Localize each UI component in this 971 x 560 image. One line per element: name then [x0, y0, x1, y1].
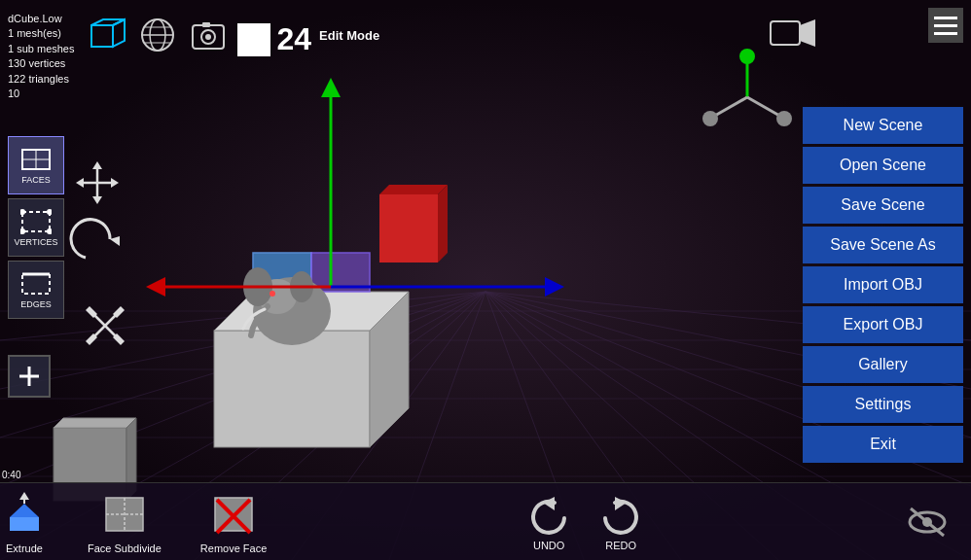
- right-menu: New Scene Open Scene Save Scene Save Sce…: [803, 107, 963, 463]
- svg-point-91: [702, 111, 718, 126]
- cube-mode-icon[interactable]: [86, 14, 128, 56]
- open-scene-button[interactable]: Open Scene: [803, 147, 963, 184]
- svg-marker-45: [54, 418, 136, 428]
- viewport: dCube.Low 1 mesh(es) 1 sub meshes 130 ve…: [0, 0, 971, 560]
- svg-marker-49: [92, 161, 102, 169]
- remove-face-label: Remove Face: [200, 542, 267, 554]
- screenshot-icon[interactable]: [187, 14, 230, 56]
- save-scene-button[interactable]: Save Scene: [803, 187, 963, 224]
- svg-marker-105: [615, 497, 627, 510]
- svg-point-83: [47, 228, 52, 234]
- face-subdivide-label: Face Subdivide: [88, 542, 162, 554]
- extrude-icon: [0, 490, 49, 539]
- face-subdivide-icon: [100, 490, 149, 539]
- svg-line-92: [747, 97, 781, 117]
- svg-point-80: [20, 209, 25, 215]
- number: 10: [8, 87, 74, 101]
- svg-line-90: [713, 97, 747, 117]
- exit-button[interactable]: Exit: [803, 426, 963, 463]
- coordinate-display: 0:40: [2, 470, 20, 480]
- extrude-label: Extrude: [6, 542, 43, 554]
- new-scene-button[interactable]: New Scene: [803, 107, 963, 144]
- left-sidebar: FACES VERTICES EDGES: [8, 136, 64, 319]
- svg-point-37: [270, 291, 275, 297]
- svg-marker-51: [76, 178, 84, 188]
- top-bar: dCube.Low 1 mesh(es) 1 sub meshes 130 ve…: [0, 0, 971, 88]
- svg-rect-94: [10, 517, 39, 531]
- edges-tool[interactable]: EDGES: [8, 261, 64, 319]
- svg-point-93: [776, 111, 792, 126]
- hamburger-menu-button[interactable]: [928, 8, 963, 43]
- svg-marker-62: [113, 19, 125, 47]
- undo-button[interactable]: UNDO: [527, 493, 570, 551]
- edit-mode-label: Edit Mode: [319, 28, 379, 43]
- svg-rect-73: [241, 27, 267, 52]
- svg-rect-84: [22, 274, 50, 294]
- remove-face-icon: [209, 490, 258, 539]
- svg-rect-25: [214, 331, 370, 447]
- svg-point-81: [47, 209, 52, 215]
- vertices-tool[interactable]: VERTICES: [8, 198, 64, 257]
- svg-marker-41: [146, 277, 165, 297]
- undo-label: UNDO: [533, 540, 564, 551]
- vertex-count: 130 vertices: [8, 56, 74, 71]
- object-name: dCube.Low: [8, 12, 74, 26]
- svg-marker-32: [438, 185, 448, 262]
- svg-point-72: [205, 34, 211, 40]
- frame-counter: 24: [237, 21, 311, 57]
- bottom-toolbar: Extrude Face Subdivide: [0, 482, 971, 560]
- eye-slash-icon: [903, 498, 952, 546]
- face-subdivide-tool[interactable]: Face Subdivide: [88, 490, 162, 554]
- edges-label: EDGES: [20, 299, 52, 309]
- hamburger-line-3: [934, 32, 957, 35]
- svg-rect-71: [202, 22, 210, 27]
- svg-marker-43: [545, 277, 564, 297]
- frame-number: 24: [276, 21, 311, 57]
- visibility-toggle[interactable]: [903, 498, 952, 546]
- remove-face-tool[interactable]: Remove Face: [200, 490, 267, 554]
- svg-marker-97: [19, 492, 29, 500]
- hamburger-line-2: [934, 24, 957, 27]
- export-obj-button[interactable]: Export OBJ: [803, 306, 963, 343]
- mesh-count: 1 mesh(es): [8, 26, 74, 41]
- hamburger-line-1: [934, 17, 957, 19]
- undo-redo-group: UNDO REDO: [527, 493, 642, 551]
- faces-label: FACES: [21, 175, 51, 185]
- svg-marker-50: [92, 196, 102, 204]
- svg-marker-104: [543, 497, 555, 510]
- add-button[interactable]: [8, 355, 51, 398]
- mode-icons: 24 Edit Mode: [86, 12, 379, 57]
- svg-rect-74: [771, 21, 800, 45]
- redo-label: REDO: [605, 540, 636, 551]
- faces-tool[interactable]: FACES: [8, 136, 64, 194]
- svg-rect-79: [22, 212, 50, 231]
- svg-point-82: [20, 228, 25, 234]
- svg-rect-30: [379, 194, 438, 262]
- svg-marker-52: [111, 178, 119, 188]
- extrude-tool[interactable]: Extrude: [0, 490, 49, 554]
- svg-marker-75: [800, 19, 815, 47]
- redo-button[interactable]: REDO: [599, 493, 642, 551]
- sub-meshes: 1 sub meshes: [8, 42, 74, 56]
- frame-box: [237, 23, 270, 56]
- gallery-button[interactable]: Gallery: [803, 346, 963, 383]
- save-scene-as-button[interactable]: Save Scene As: [803, 227, 963, 263]
- orientation-gizmo: [699, 49, 796, 146]
- globe-icon[interactable]: [136, 14, 179, 56]
- svg-marker-95: [10, 504, 39, 517]
- settings-button[interactable]: Settings: [803, 386, 963, 423]
- svg-marker-31: [379, 185, 448, 194]
- import-obj-button[interactable]: Import OBJ: [803, 266, 963, 303]
- triangle-count: 122 triangles: [8, 72, 74, 87]
- info-panel: dCube.Low 1 mesh(es) 1 sub meshes 130 ve…: [8, 12, 74, 101]
- vertices-label: VERTICES: [15, 237, 58, 247]
- svg-marker-53: [110, 236, 120, 246]
- svg-rect-60: [91, 25, 113, 47]
- svg-point-89: [739, 49, 755, 64]
